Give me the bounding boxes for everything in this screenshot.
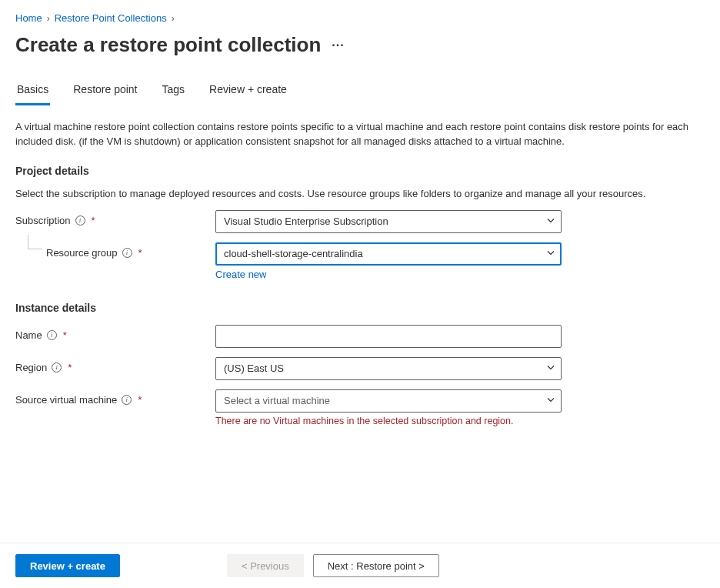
region-select[interactable]: (US) East US	[215, 357, 562, 380]
chevron-right-icon: ›	[47, 13, 50, 24]
chevron-right-icon: ›	[172, 13, 175, 24]
project-details-desc: Select the subscription to manage deploy…	[15, 188, 705, 199]
breadcrumb: Home › Restore Point Collections ›	[15, 12, 705, 24]
info-icon[interactable]: i	[52, 362, 62, 373]
tab-tags[interactable]: Tags	[161, 79, 187, 105]
subscription-select[interactable]: Visual Studio Enterprise Subscription	[215, 210, 562, 233]
info-icon[interactable]: i	[75, 215, 85, 226]
create-new-resource-group-link[interactable]: Create new	[215, 269, 266, 280]
name-input[interactable]	[215, 325, 562, 348]
resource-group-select[interactable]: cloud-shell-storage-centralindia	[215, 242, 562, 266]
tabs: Basics Restore point Tags Review + creat…	[15, 79, 705, 106]
subscription-label: Subscription i *	[15, 210, 215, 226]
previous-button: < Previous	[227, 554, 304, 577]
page-title: Create a restore point collection ···	[15, 33, 705, 57]
tab-basics[interactable]: Basics	[15, 79, 50, 105]
info-icon[interactable]: i	[47, 330, 57, 340]
required-icon: *	[63, 329, 67, 341]
breadcrumb-restore-point-collections[interactable]: Restore Point Collections	[55, 12, 167, 24]
next-button[interactable]: Next : Restore point >	[313, 554, 439, 577]
info-icon[interactable]: i	[122, 248, 132, 258]
source-vm-error: There are no Virtual machines in the sel…	[215, 416, 562, 426]
required-icon: *	[138, 247, 142, 259]
resource-group-label: Resource group i *	[15, 242, 215, 259]
tab-restore-point[interactable]: Restore point	[72, 79, 138, 105]
required-icon: *	[68, 362, 72, 373]
required-icon: *	[138, 394, 142, 406]
required-icon: *	[92, 215, 95, 226]
breadcrumb-home[interactable]: Home	[15, 12, 42, 24]
info-icon[interactable]: i	[122, 395, 132, 405]
page-title-text: Create a restore point collection	[15, 33, 321, 57]
tab-description: A virtual machine restore point collecti…	[15, 120, 705, 149]
more-options-icon[interactable]: ···	[332, 38, 344, 52]
source-vm-select[interactable]: Select a virtual machine	[215, 389, 562, 413]
footer-actions: Review + create < Previous Next : Restor…	[0, 543, 720, 588]
review-create-button[interactable]: Review + create	[15, 554, 120, 577]
instance-details-header: Instance details	[15, 302, 705, 314]
project-details-header: Project details	[15, 165, 705, 177]
name-label: Name i *	[15, 325, 215, 341]
tab-review-create[interactable]: Review + create	[208, 79, 288, 105]
source-vm-label: Source virtual machine i *	[15, 389, 215, 406]
region-label: Region i *	[15, 357, 215, 373]
